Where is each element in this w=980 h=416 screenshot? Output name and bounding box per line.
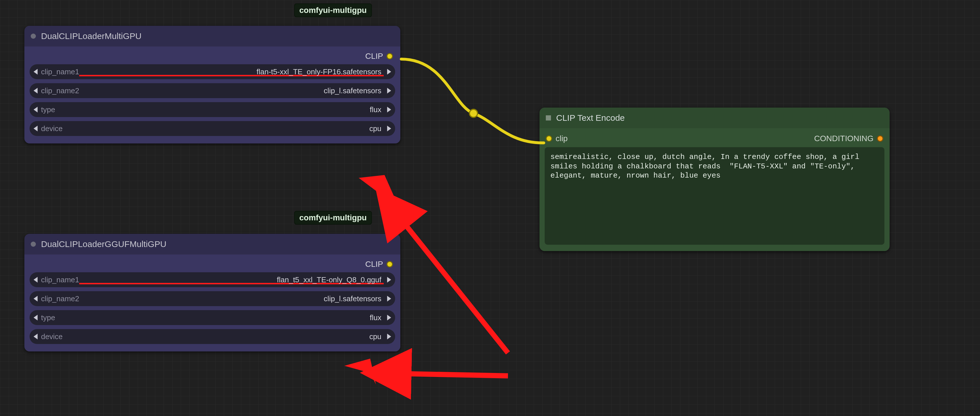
chevron-right-icon[interactable]	[387, 277, 391, 283]
output-port-clip[interactable]	[387, 53, 393, 59]
badge-mid: comfyui-multigpu	[294, 211, 372, 225]
node-clip-text-encode[interactable]: CLIP Text Encode clip CONDITIONING semir…	[539, 108, 889, 251]
widget-value: flan-t5-xxl_TE_only-FP16.safetensors	[79, 67, 384, 76]
widget-value: clip_l.safetensors	[79, 294, 384, 303]
chevron-right-icon[interactable]	[387, 88, 391, 94]
chevron-left-icon[interactable]	[33, 125, 38, 132]
chevron-left-icon[interactable]	[33, 69, 38, 75]
annotation-arrow-2	[370, 373, 508, 376]
output-port-clip[interactable]	[387, 261, 393, 267]
widget-label: device	[41, 332, 62, 341]
widget-clip-name2[interactable]: clip_name2 clip_l.safetensors	[30, 83, 395, 98]
chevron-right-icon[interactable]	[387, 315, 391, 321]
chevron-right-icon[interactable]	[387, 107, 391, 113]
chevron-left-icon[interactable]	[33, 315, 38, 321]
input-port-clip[interactable]	[546, 135, 552, 142]
chevron-left-icon[interactable]	[33, 277, 38, 283]
output-label-clip: CLIP	[365, 260, 383, 269]
widget-label: clip_name2	[41, 294, 79, 303]
output-port-conditioning[interactable]	[877, 135, 883, 142]
widget-label: type	[41, 313, 55, 322]
widget-value: flux	[55, 105, 384, 114]
widget-type[interactable]: type flux	[30, 310, 395, 325]
widget-label: clip_name1	[41, 275, 79, 284]
chevron-right-icon[interactable]	[387, 333, 391, 340]
node-title: DualCLIPLoaderMultiGPU	[41, 31, 142, 41]
collapse-square-icon[interactable]	[546, 115, 551, 121]
chevron-right-icon[interactable]	[387, 296, 391, 302]
chevron-left-icon[interactable]	[33, 296, 38, 302]
output-label-conditioning: CONDITIONING	[814, 134, 873, 143]
widget-label: clip_name1	[41, 67, 79, 76]
widget-clip-name2[interactable]: clip_name2 clip_l.safetensors	[30, 291, 395, 306]
prompt-textarea[interactable]: semirealistic, close up, dutch angle, In…	[545, 147, 885, 245]
input-label-clip: clip	[555, 134, 568, 143]
output-label-clip: CLIP	[365, 52, 383, 61]
node-dualcliploader-gguf-multigpu[interactable]: DualCLIPLoaderGGUFMultiGPU CLIP clip_nam…	[24, 234, 400, 351]
widget-value: clip_l.safetensors	[79, 86, 384, 95]
badge-top: comfyui-multigpu	[294, 3, 372, 17]
widget-value: cpu	[62, 124, 384, 133]
annotation-arrowhead-2	[344, 359, 376, 384]
chevron-left-icon[interactable]	[33, 107, 38, 113]
widget-device[interactable]: device cpu	[30, 329, 395, 344]
chevron-left-icon[interactable]	[33, 88, 38, 94]
wire-clip-to-encode[interactable]	[401, 59, 544, 143]
chevron-left-icon[interactable]	[33, 333, 38, 340]
widget-label: device	[41, 124, 62, 133]
node-title: CLIP Text Encode	[556, 113, 625, 123]
node-titlebar[interactable]: DualCLIPLoaderGGUFMultiGPU	[24, 234, 400, 254]
widget-label: type	[41, 105, 55, 114]
node-titlebar[interactable]: DualCLIPLoaderMultiGPU	[24, 26, 400, 46]
node-title: DualCLIPLoaderGGUFMultiGPU	[41, 239, 167, 249]
chevron-right-icon[interactable]	[387, 125, 391, 132]
widget-value: flan_t5_xxl_TE-only_Q8_0.gguf	[79, 275, 384, 284]
widget-clip-name1[interactable]: clip_name1 flan-t5-xxl_TE_only-FP16.safe…	[30, 64, 395, 79]
widget-value: cpu	[62, 332, 384, 341]
node-dualcliploader-multigpu[interactable]: DualCLIPLoaderMultiGPU CLIP clip_name1 f…	[24, 26, 400, 143]
annotation-arrowhead-1	[359, 175, 396, 201]
widget-type[interactable]: type flux	[30, 102, 395, 117]
collapse-dot-icon[interactable]	[31, 33, 36, 39]
widget-device[interactable]: device cpu	[30, 121, 395, 136]
widget-value: flux	[55, 313, 384, 322]
widget-clip-name1[interactable]: clip_name1 flan_t5_xxl_TE-only_Q8_0.gguf	[30, 272, 395, 287]
collapse-dot-icon[interactable]	[31, 241, 36, 247]
node-titlebar[interactable]: CLIP Text Encode	[539, 108, 889, 128]
reroute-dot[interactable]	[469, 109, 477, 117]
annotation-arrow-1	[382, 195, 508, 353]
chevron-right-icon[interactable]	[387, 69, 391, 75]
widget-label: clip_name2	[41, 86, 79, 95]
